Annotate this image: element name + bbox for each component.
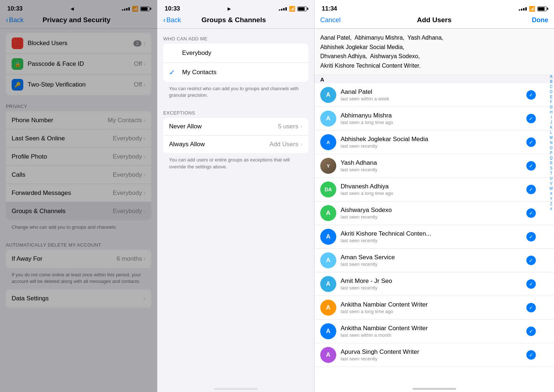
my-contacts-check: ✓ (169, 68, 178, 77)
check-yash: ✓ (526, 161, 536, 171)
exceptions-group: Never Allow 5 users › Always Allow Add U… (163, 118, 308, 153)
alpha-E[interactable]: E (550, 95, 553, 99)
name-abhimanyu: Abhimanyu Mishra (341, 112, 526, 119)
signal-3 (519, 7, 527, 11)
status-abhishek: last seen recently (341, 143, 526, 149)
who-can-add-header: WHO CAN ADD ME (157, 29, 314, 44)
alpha-P[interactable]: P (550, 151, 553, 155)
status-bar-3: 11:34 📶 (314, 0, 554, 14)
alpha-Z[interactable]: Z (550, 201, 553, 206)
avatar-aishwarya: A (320, 205, 336, 221)
dot1-2 (279, 9, 280, 11)
name-apurva: Apurva Singh Content Writer (341, 348, 526, 356)
panel-groups-channels: 10:33 ▶ 📶 ‹ Back Groups & Channels WHO C… (157, 0, 314, 392)
alpha-V[interactable]: V (550, 181, 553, 186)
home-indicator-2 (157, 382, 314, 392)
nav-title-2: Groups & Channels (181, 16, 286, 24)
name-aman: Aman Seva Service (341, 254, 526, 261)
contact-ankitha-1[interactable]: A Ankitha Nambiar Content Writer last se… (314, 296, 554, 320)
home-bar-3 (413, 388, 456, 390)
battery-3 (537, 7, 547, 11)
contact-akriti[interactable]: A Akriti Kishore Technical Conten... las… (314, 225, 554, 249)
alpha-R[interactable]: R (550, 161, 553, 165)
contact-aman[interactable]: A Aman Seva Service last seen recently ✓ (314, 249, 554, 272)
alpha-F[interactable]: F (550, 100, 553, 104)
alpha-K[interactable]: K (550, 125, 553, 130)
options-note: You can restrict who can add you to grou… (157, 83, 314, 103)
contact-aishwarya[interactable]: A Aishwarya Sodexo last seen recently ✓ (314, 201, 554, 225)
dot4-2 (285, 7, 287, 11)
alpha-A[interactable]: A (550, 74, 553, 79)
info-dhvanesh: Dhvanesh Adhiya last seen a long time ag… (341, 183, 526, 196)
alpha-U[interactable]: U (550, 176, 553, 181)
check-abhimanyu: ✓ (526, 114, 536, 123)
contact-apurva[interactable]: A Apurva Singh Content Writer last seen … (314, 343, 554, 367)
alpha-N[interactable]: N (550, 140, 553, 145)
alpha-index: A B C D E F G H I J K L M N O P Q R S T … (549, 73, 554, 213)
panel-add-users: 11:34 📶 Cancel Add Users Done Aanal Pate… (314, 0, 554, 392)
my-contacts-option[interactable]: ✓ My Contacts (163, 63, 308, 82)
check-aishwarya: ✓ (526, 208, 536, 218)
signal-2 (279, 7, 287, 11)
alpha-C[interactable]: C (550, 84, 553, 89)
dot3-2 (283, 8, 285, 11)
battery-fill-3 (538, 7, 545, 11)
contact-aanal-patel[interactable]: A Aanal Patel last seen within a week ✓ (314, 83, 554, 107)
status-akriti: last seen recently (341, 238, 526, 243)
back-label-2[interactable]: Back (166, 16, 181, 24)
avatar-akriti: A (320, 229, 336, 245)
alpha-L[interactable]: L (550, 130, 553, 135)
info-amit: Amit More - Jr Seo last seen recently (341, 277, 526, 291)
name-yash: Yash Adhana (341, 159, 526, 167)
alpha-W[interactable]: W (550, 186, 553, 191)
contact-yash[interactable]: Y Yash Adhana last seen recently ✓ (314, 154, 554, 178)
alpha-O[interactable]: O (550, 145, 553, 150)
nav-bar-2: ‹ Back Groups & Channels (157, 14, 314, 29)
everybody-check: ✓ (169, 49, 178, 57)
info-yash: Yash Adhana last seen recently (341, 159, 526, 172)
alpha-T[interactable]: T (550, 171, 553, 176)
contact-abhimanyu[interactable]: A Abhimanyu Mishra last seen a long time… (314, 107, 554, 131)
back-button-2[interactable]: ‹ Back (163, 16, 181, 24)
avatar-dhvanesh: DA (320, 181, 336, 197)
info-aishwarya: Aishwarya Sodexo last seen recently (341, 207, 526, 220)
info-abhishek: Abhishek Joglekar Social Media last seen… (341, 136, 526, 149)
alpha-S[interactable]: S (550, 166, 553, 171)
info-abhimanyu: Abhimanyu Mishra last seen a long time a… (341, 112, 526, 125)
name-ankitha-1: Ankitha Nambiar Content Writer (341, 301, 526, 308)
check-amit: ✓ (526, 279, 536, 289)
alpha-hash[interactable]: # (550, 207, 553, 211)
done-button[interactable]: Done (526, 16, 548, 24)
avatar-aanal: A (320, 87, 336, 103)
status-abhimanyu: last seen a long time ago (341, 120, 526, 125)
avatar-yash: Y (320, 158, 336, 174)
wifi-icon-3: 📶 (529, 6, 535, 12)
always-allow-label: Always Allow (169, 141, 269, 148)
alpha-M[interactable]: M (550, 135, 553, 140)
contact-ankitha-2[interactable]: A Ankitha Nambiar Content Writer last se… (314, 320, 554, 343)
avatar-ankitha-2: A (320, 323, 336, 339)
add-users-title: Add Users (342, 16, 526, 24)
never-allow-row[interactable]: Never Allow 5 users › (163, 118, 308, 136)
alpha-D[interactable]: D (550, 89, 553, 94)
p2-spacer (157, 175, 314, 382)
alpha-Y[interactable]: Y (550, 196, 553, 201)
alpha-G[interactable]: G (550, 105, 553, 109)
alpha-Q[interactable]: Q (550, 156, 553, 160)
alpha-I[interactable]: I (550, 115, 553, 120)
cancel-button[interactable]: Cancel (320, 16, 342, 24)
alpha-J[interactable]: J (550, 120, 553, 125)
alpha-X[interactable]: X (550, 191, 553, 196)
everybody-option[interactable]: ✓ Everybody (163, 44, 308, 63)
alpha-H[interactable]: H (550, 110, 553, 115)
contact-amit[interactable]: A Amit More - Jr Seo last seen recently … (314, 272, 554, 296)
everybody-label: Everybody (182, 49, 302, 57)
alpha-B[interactable]: B (550, 79, 553, 84)
contact-dhvanesh[interactable]: DA Dhvanesh Adhiya last seen a long time… (314, 178, 554, 201)
who-can-add-group: ✓ Everybody ✓ My Contacts (163, 44, 308, 82)
name-dhvanesh: Dhvanesh Adhiya (341, 183, 526, 190)
status-bar-2: 10:33 ▶ 📶 (157, 0, 314, 14)
always-allow-row[interactable]: Always Allow Add Users › (163, 136, 308, 153)
contact-abhishek[interactable]: A Abhishek Joglekar Social Media last se… (314, 131, 554, 154)
always-allow-chevron: › (301, 141, 302, 148)
